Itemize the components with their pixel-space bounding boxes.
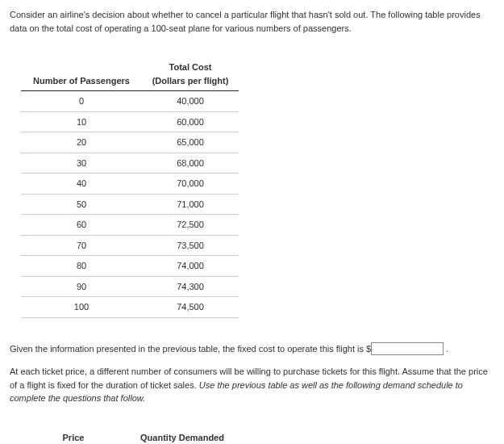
- cost-cell: 65,000: [142, 132, 239, 153]
- cost-cell: 68,000: [142, 153, 239, 174]
- table-row: 10074,500: [21, 297, 239, 318]
- passengers-cell: 20: [21, 132, 142, 153]
- cost-header-line2: (Dollars per flight): [152, 76, 229, 86]
- cost-cell: 74,300: [142, 276, 239, 297]
- passengers-cell: 70: [21, 235, 142, 256]
- col-header-price: Price (Dollars per ticket): [21, 428, 126, 445]
- passengers-cell: 90: [21, 276, 142, 297]
- qty-header-line1: Quantity Demanded: [140, 433, 224, 442]
- passengers-cell: 30: [21, 153, 142, 174]
- fixed-cost-suffix: .: [444, 344, 448, 354]
- passengers-cell: 60: [21, 215, 142, 236]
- demand-paragraph: At each ticket price, a different number…: [10, 365, 494, 405]
- table-row: 6072,500: [21, 215, 239, 236]
- fixed-cost-prompt: Given the information presented in the p…: [10, 342, 494, 356]
- passengers-cell: 0: [21, 91, 142, 112]
- cost-cell: 40,000: [142, 91, 239, 112]
- cost-cell: 73,500: [142, 235, 239, 256]
- table-row: 040,000: [21, 91, 239, 112]
- passengers-cell: 10: [21, 111, 142, 132]
- table-row: 8074,000: [21, 256, 239, 277]
- demand-table: Price (Dollars per ticket) Quantity Dema…: [21, 428, 239, 445]
- cost-cell: 70,000: [142, 174, 239, 195]
- table-row: 7073,500: [21, 235, 239, 256]
- col-header-passengers: Number of Passengers: [21, 57, 142, 91]
- passengers-cell: 50: [21, 194, 142, 215]
- intro-paragraph: Consider an airline's decision about whe…: [10, 8, 494, 35]
- cost-table-body: 040,0001060,0002065,0003068,0004070,0005…: [21, 91, 239, 318]
- fixed-cost-prefix: Given the information presented in the p…: [10, 344, 366, 354]
- price-header-line1: Price: [63, 433, 85, 442]
- table-row: 3068,000: [21, 153, 239, 174]
- passengers-cell: 40: [21, 174, 142, 195]
- table-row: 2065,000: [21, 132, 239, 153]
- passengers-cell: 100: [21, 297, 142, 318]
- col-header-qty: Quantity Demanded (Tickets per flight): [126, 428, 239, 445]
- passengers-cell: 80: [21, 256, 142, 277]
- cost-cell: 74,000: [142, 256, 239, 277]
- table-row: 1060,000: [21, 111, 239, 132]
- table-row: 9074,300: [21, 276, 239, 297]
- fixed-cost-input[interactable]: [371, 342, 444, 355]
- cost-header-line1: Total Cost: [169, 62, 212, 72]
- cost-cell: 74,500: [142, 297, 239, 318]
- cost-cell: 72,500: [142, 215, 239, 236]
- cost-table: Number of Passengers Total Cost (Dollars…: [21, 57, 239, 318]
- col-header-cost: Total Cost (Dollars per flight): [142, 57, 239, 91]
- cost-cell: 60,000: [142, 111, 239, 132]
- cost-cell: 71,000: [142, 194, 239, 215]
- table-row: 4070,000: [21, 174, 239, 195]
- table-row: 5071,000: [21, 194, 239, 215]
